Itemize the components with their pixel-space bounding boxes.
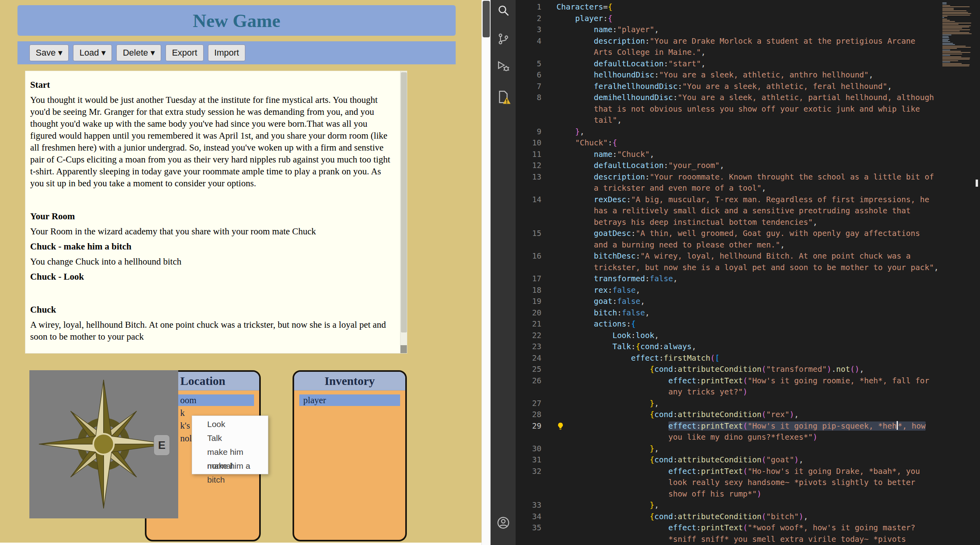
minimap-line [942,8,954,9]
minimap-line [942,41,950,42]
line-number: 20 [516,307,541,319]
log-scrollbar[interactable] [400,71,407,353]
line-number: 35 [516,522,541,534]
code-row: 32 effect:printText("Ho-how's it going D… [516,466,939,477]
location-title: Location [180,374,225,388]
minimap-line [942,24,959,25]
inventory-list: player [294,390,405,406]
search-icon[interactable] [495,2,511,18]
code-row: look really sexy handsome~ *pivots sligh… [516,477,939,489]
code-row: 23 Talk:{cond:always, [516,341,939,353]
code-row: 22 Look:look, [516,330,939,342]
minimap-line [942,5,950,6]
minimap-line [942,50,950,50]
context-menu-item[interactable]: Look [192,417,268,431]
code-row: 1Characters={ [516,2,939,13]
inventory-panel-header: Inventory [294,372,405,390]
log-scrollbar-button[interactable] [400,345,407,353]
line-number: 14 [516,194,541,206]
minimap-line [942,17,944,18]
code-row: 14 rexDesc:"A big, muscular, T-rex man. … [516,194,939,206]
inventory-item[interactable]: player [299,394,400,406]
log-scrollbar-thumb[interactable] [401,72,407,332]
browser-scrollbar[interactable] [481,0,491,545]
line-number: 16 [516,251,541,262]
minimap-line [942,64,970,65]
context-menu-item[interactable]: Talk [192,431,268,445]
page-title: New Game [193,10,281,31]
line-number: 17 [516,273,541,285]
minimap-line [942,33,972,34]
code-area[interactable]: 1Characters={2 player:{3 name:"player",4… [516,2,939,545]
inventory-title: Inventory [325,374,375,388]
minimap-line [942,25,971,26]
minimap-line [942,27,969,27]
minimap-line [942,46,966,46]
export-button[interactable]: Export [166,44,204,61]
line-number: 27 [516,398,541,410]
minimap-line [942,48,957,49]
code-row: 18 rex:false, [516,285,939,296]
code-row: 27 }, [516,398,939,410]
code-row: 24 effect:firstMatch([ [516,353,939,364]
line-number: 8 [516,92,541,104]
minimap-line [942,12,968,13]
game-log-panel[interactable]: StartYou thought it would be just anothe… [25,71,407,354]
minimap[interactable] [942,2,972,67]
line-number: 5 [516,58,541,70]
log-heading: Start [30,79,393,91]
minimap-line [942,6,970,7]
minimap-line [942,21,955,22]
line-number [516,387,541,398]
source-control-icon[interactable] [495,31,511,47]
line-number: 31 [516,454,541,466]
line-number: 18 [516,285,541,296]
editor[interactable]: 1Characters={2 player:{3 name:"player",4… [516,0,980,545]
code-row: 16 bitchDesc:"A wirey, loyal, hellhound … [516,251,939,262]
line-number: 28 [516,409,541,421]
line-number: 34 [516,511,541,523]
code-row: 35 effect:printText("*woof woof*, how's … [516,522,939,534]
code-row: 20 bitch:false, [516,307,939,319]
save-button[interactable]: Save ▾ [29,44,69,61]
compass-east-button[interactable]: E [154,435,170,456]
line-number: 10 [516,137,541,149]
delete-button[interactable]: Delete ▾ [116,44,161,61]
line-number: 22 [516,330,541,342]
line-number [516,240,541,251]
line-number: 32 [516,466,541,477]
load-button[interactable]: Load ▾ [73,44,112,61]
minimap-line [942,40,948,41]
code-row: 34 {cond:attributeCondition("bitch"), [516,511,939,523]
minimap-line [942,36,949,37]
minimap-line [942,43,953,44]
line-number: 7 [516,81,541,93]
minimap-line [942,54,962,54]
minimap-line [942,60,958,61]
log-para: You thought it would be just another Tue… [30,94,393,189]
line-number: 21 [516,319,541,330]
context-menu-item[interactable]: make him a bitch [192,459,268,473]
minimap-line [942,13,971,14]
line-number: 3 [516,24,541,36]
log-para: Your Room in the wizard academy that you… [30,226,393,238]
import-button[interactable]: Import [208,44,245,61]
log-para: You change Chuck into a hellhound bitch [30,256,393,268]
browser-scrollbar-thumb[interactable] [483,1,490,37]
line-number: 26 [516,375,541,387]
run-and-debug-icon[interactable] [495,58,511,74]
file-warning-icon[interactable] [495,89,511,105]
context-menu-item[interactable]: make him normal [192,445,268,459]
code-row: 10 "Chuck":{ [516,137,939,149]
code-row: 3 name:"player", [516,24,939,36]
line-number: 12 [516,160,541,172]
line-number: 15 [516,228,541,240]
toolbar: Save ▾ Load ▾ Delete ▾ Export Import [17,41,456,64]
account-icon[interactable] [495,515,511,531]
code-row: 13 description:"Your rooommate. Known th… [516,172,939,183]
code-row: any tricks yet?") [516,387,939,398]
code-row: 26 effect:printText("How's it going room… [516,375,939,387]
line-number: 13 [516,172,541,183]
minimap-line [942,63,962,64]
code-row: *sniff sniff* you smell extra virile tod… [516,534,939,545]
